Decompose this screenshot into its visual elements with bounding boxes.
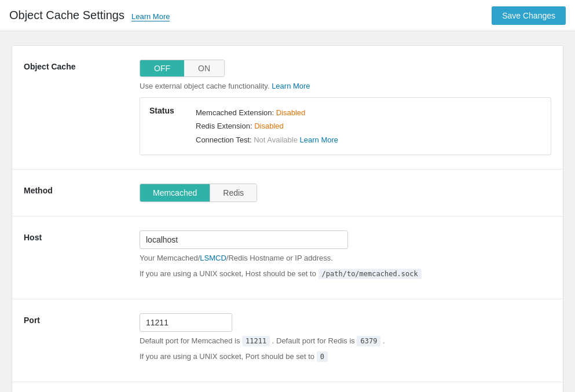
toggle-on-button[interactable]: ON	[184, 60, 224, 76]
object-cache-description: Use external object cache functionality.…	[140, 82, 551, 90]
method-section: Method Memcached Redis	[12, 170, 563, 217]
host-description: Your Memcached/LSMCD/Redis Hostname or I…	[140, 254, 551, 262]
port-content: Default port for Memcached is 11211 . De…	[140, 313, 563, 368]
lsmcd-link[interactable]: LSMCD	[200, 254, 226, 262]
method-redis-button[interactable]: Redis	[210, 184, 257, 202]
connection-test-status: Connection Test: Not Available Learn Mor…	[196, 133, 338, 146]
redis-disabled-badge: Disabled	[254, 122, 284, 130]
page-header: Object Cache Settings Learn More Save Ch…	[0, 0, 575, 31]
port-input[interactable]	[140, 313, 232, 332]
port-unix-note: If you are using a UNIX socket, Port sho…	[140, 352, 551, 361]
redis-port-badge: 6379	[357, 336, 380, 346]
host-content: Your Memcached/LSMCD/Redis Hostname or I…	[140, 230, 563, 285]
main-content: Object Cache OFF ON Use external object …	[0, 31, 575, 392]
save-changes-button[interactable]: Save Changes	[492, 6, 566, 25]
lifetime-section: Default Object Lifetime seconds Default …	[12, 382, 563, 392]
method-memcached-button[interactable]: Memcached	[140, 184, 210, 202]
status-box: Status Memcached Extension: Disabled Red…	[140, 97, 551, 155]
redis-extension-status: Redis Extension: Disabled	[196, 119, 338, 133]
host-unix-code: /path/to/memcached.sock	[318, 269, 422, 279]
host-unix-note: If you are using a UNIX socket, Host sho…	[140, 269, 551, 278]
method-toggle-group: Memcached Redis	[140, 184, 257, 202]
object-cache-content: OFF ON Use external object cache functio…	[140, 60, 563, 155]
port-description: Default port for Memcached is 11211 . De…	[140, 336, 551, 345]
port-unix-code: 0	[317, 351, 328, 362]
settings-table: Object Cache OFF ON Use external object …	[12, 45, 563, 392]
status-label: Status	[149, 106, 184, 115]
connection-not-available: Not Available	[254, 135, 298, 144]
connection-learn-more-link[interactable]: Learn More	[300, 135, 338, 144]
memcached-port-badge: 11211	[242, 336, 270, 346]
header-left: Object Cache Settings Learn More	[9, 9, 170, 22]
host-label: Host	[12, 230, 140, 242]
host-section: Host Your Memcached/LSMCD/Redis Hostname…	[12, 217, 563, 299]
toggle-off-button[interactable]: OFF	[140, 60, 184, 76]
host-input[interactable]	[140, 230, 348, 249]
method-label: Method	[12, 184, 140, 195]
object-cache-label: Object Cache	[12, 60, 140, 71]
status-lines: Memcached Extension: Disabled Redis Exte…	[196, 106, 338, 146]
port-section: Port Default port for Memcached is 11211…	[12, 299, 563, 382]
header-learn-more-link[interactable]: Learn More	[131, 12, 170, 21]
object-cache-toggle-group: OFF ON	[140, 60, 225, 77]
object-cache-section: Object Cache OFF ON Use external object …	[12, 46, 563, 170]
memcached-extension-status: Memcached Extension: Disabled	[196, 106, 338, 119]
port-label: Port	[12, 313, 140, 325]
method-content: Memcached Redis	[140, 184, 563, 202]
object-cache-learn-more-link[interactable]: Learn More	[272, 82, 310, 90]
memcached-disabled-badge: Disabled	[276, 108, 306, 117]
page-title: Object Cache Settings	[9, 9, 124, 22]
